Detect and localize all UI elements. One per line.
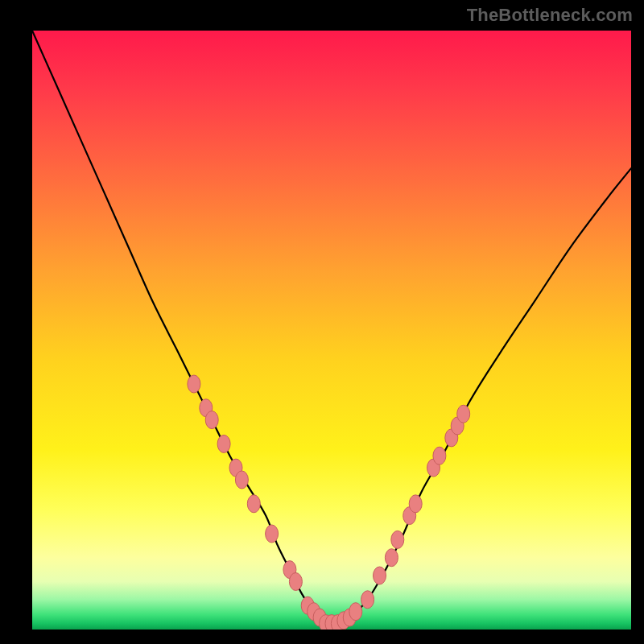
data-marker (217, 435, 230, 452)
bottleneck-curve (32, 31, 631, 625)
data-marker (391, 530, 404, 548)
data-marker (349, 603, 362, 621)
plot-area (32, 31, 631, 630)
curve-svg (32, 31, 631, 630)
data-marker (188, 375, 200, 393)
data-marker (433, 447, 446, 464)
data-marker (205, 411, 218, 429)
data-marker (266, 525, 279, 543)
watermark-text: TheBottleneck.com (467, 5, 633, 26)
data-marker (289, 573, 302, 591)
data-marker (235, 471, 248, 489)
chart-frame: TheBottleneck.com (0, 0, 644, 644)
data-marker (247, 495, 260, 513)
marker-group (188, 375, 470, 630)
data-marker (409, 495, 422, 513)
data-marker (457, 405, 470, 423)
data-marker (385, 549, 398, 567)
data-marker (361, 591, 374, 609)
data-marker (374, 567, 386, 584)
